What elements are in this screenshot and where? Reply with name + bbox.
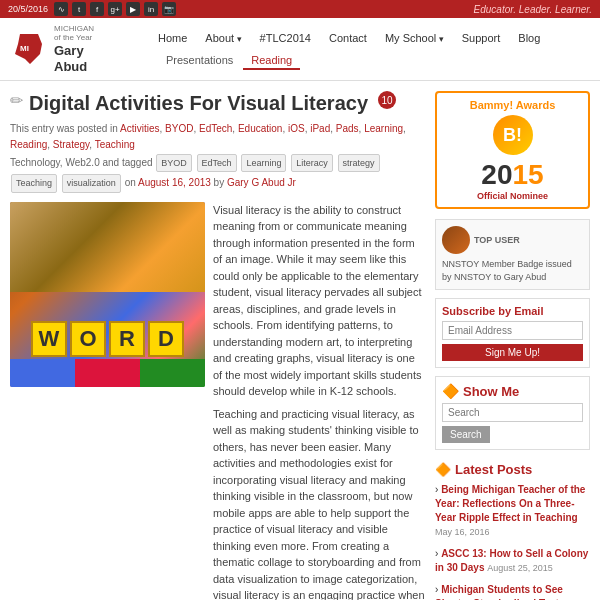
latest-label: Latest Posts xyxy=(455,462,532,477)
bullet-1: › xyxy=(435,484,438,495)
latest-date-1: May 16, 2016 xyxy=(435,527,490,537)
article-title: Digital Activities For Visual Literacy xyxy=(29,91,368,115)
latest-link-1[interactable]: Being Michigan Teacher of the Year: Refl… xyxy=(435,484,585,523)
official-nominee: Official Nominee xyxy=(443,191,582,201)
strip-green xyxy=(140,359,205,387)
article-title-row: ✏ Digital Activities For Visual Literacy… xyxy=(10,91,425,121)
strip-blue xyxy=(10,359,75,387)
latest-posts: 🔶 Latest Posts › Being Michigan Teacher … xyxy=(435,458,590,600)
content-wrapper: ✏ Digital Activities For Visual Literacy… xyxy=(0,81,600,600)
nav-support[interactable]: Support xyxy=(454,28,509,48)
twitter-icon[interactable]: t xyxy=(72,2,86,16)
tag-teaching[interactable]: Teaching xyxy=(11,174,57,192)
tagline: Educator. Leader. Learner. xyxy=(474,4,592,15)
nnstoy-text: NNSTOY Member Badge issued by NNSTOY to … xyxy=(442,259,572,282)
cat-teaching[interactable]: Teaching xyxy=(95,139,135,150)
latest-title: 🔶 Latest Posts xyxy=(435,462,590,477)
tag-edtech[interactable]: EdTech xyxy=(197,154,237,172)
search-input[interactable] xyxy=(442,403,583,422)
cat-strategy[interactable]: Strategy xyxy=(53,139,90,150)
latest-icon: 🔶 xyxy=(435,462,451,477)
nav-blog[interactable]: Blog xyxy=(510,28,548,48)
letter-w: W xyxy=(31,321,67,357)
cat-activities[interactable]: Activities xyxy=(120,123,159,134)
main-content: ✏ Digital Activities For Visual Literacy… xyxy=(10,91,425,600)
nav-home[interactable]: Home xyxy=(150,28,195,48)
nav-presentations[interactable]: Presentations xyxy=(158,52,241,70)
cat-ios[interactable]: iOS xyxy=(288,123,305,134)
cat-byod[interactable]: BYOD xyxy=(165,123,193,134)
header: MI Michigan of the Year Gary Abud Home A… xyxy=(0,18,600,81)
article-body: W O R D Visual literacy is the ability t… xyxy=(10,202,425,600)
nav-about[interactable]: About xyxy=(197,28,249,48)
google-icon[interactable]: g+ xyxy=(108,2,122,16)
cat-edtech[interactable]: EdTech xyxy=(199,123,232,134)
tag-learning[interactable]: Learning xyxy=(241,154,286,172)
letter-r: R xyxy=(109,321,145,357)
image-strip xyxy=(10,359,205,387)
search-box: 🔶 Show Me Search xyxy=(435,376,590,450)
subscribe-button[interactable]: Sign Me Up! xyxy=(442,344,583,361)
instagram-icon[interactable]: 📷 xyxy=(162,2,176,16)
meta-posted: This entry was posted in xyxy=(10,123,120,134)
show-me-label: Show Me xyxy=(463,384,519,399)
top-user: TOP USER xyxy=(474,234,520,247)
nnstoy-box: TOP USER NNSTOY Member Badge issued by N… xyxy=(435,219,590,290)
tag-byod[interactable]: BYOD xyxy=(156,154,192,172)
word-overlay: W O R D xyxy=(10,321,205,357)
cat-pads[interactable]: Pads xyxy=(336,123,359,134)
comment-badge[interactable]: 10 xyxy=(378,91,396,109)
date-link[interactable]: August 16, 2013 xyxy=(138,177,211,188)
date: 20/5/2016 xyxy=(8,4,48,14)
author-link[interactable]: Gary G Abud Jr xyxy=(227,177,296,188)
youtube-icon[interactable]: ▶ xyxy=(126,2,140,16)
award-year-20: 20 xyxy=(481,159,512,190)
tag-literacy[interactable]: Literacy xyxy=(291,154,333,172)
sidebar: Bammy! Awards B! 2015 Official Nominee T… xyxy=(435,91,590,600)
latest-item-2: › ASCC 13: How to Sell a Colony in 30 Da… xyxy=(435,547,590,575)
nav-area: Home About #TLC2014 Contact My School Su… xyxy=(150,28,590,70)
award-year-15: 15 xyxy=(513,159,544,190)
rss-icon[interactable]: ∿ xyxy=(54,2,68,16)
latest-link-3[interactable]: Michigan Students to See Shorter Standar… xyxy=(435,584,564,600)
letter-o: O xyxy=(70,321,106,357)
bullet-3: › xyxy=(435,584,438,595)
nav-primary: Home About #TLC2014 Contact My School Su… xyxy=(150,28,590,48)
award-logo: B! xyxy=(493,115,533,155)
logo-michigan: Michigan xyxy=(54,24,94,33)
show-me-title: 🔶 Show Me xyxy=(442,383,583,399)
logo-area: MI Michigan of the Year Gary Abud xyxy=(10,24,150,74)
tag-strategy[interactable]: strategy xyxy=(338,154,380,172)
nnstoy-badge: TOP USER xyxy=(442,226,583,254)
cat-education[interactable]: Education xyxy=(238,123,282,134)
cat-reading[interactable]: Reading xyxy=(10,139,47,150)
award-year: 2015 xyxy=(443,159,582,191)
tag-visualization[interactable]: visualization xyxy=(62,174,121,192)
nav-myschool[interactable]: My School xyxy=(377,28,452,48)
nav-contact[interactable]: Contact xyxy=(321,28,375,48)
meta-row: This entry was posted in Activities, BYO… xyxy=(10,121,425,194)
email-input[interactable] xyxy=(442,321,583,340)
nav-secondary: Presentations Reading xyxy=(150,52,590,70)
badge-circle xyxy=(442,226,470,254)
nav-tlc2014[interactable]: #TLC2014 xyxy=(252,28,319,48)
award-title: Bammy! Awards xyxy=(443,99,582,111)
logo-teacher-of-year: of the Year xyxy=(54,33,94,42)
facebook-icon[interactable]: f xyxy=(90,2,104,16)
linkedin-icon[interactable]: in xyxy=(144,2,158,16)
subscribe-box: Subscribe by Email Sign Me Up! xyxy=(435,298,590,368)
award-box: Bammy! Awards B! 2015 Official Nominee xyxy=(435,91,590,209)
latest-item-3: › Michigan Students to See Shorter Stand… xyxy=(435,583,590,600)
latest-item-1: › Being Michigan Teacher of the Year: Re… xyxy=(435,483,590,539)
article-para-2: Teaching and practicing visual literacy,… xyxy=(213,406,425,600)
pencil-icon: ✏ xyxy=(10,91,23,110)
search-button[interactable]: Search xyxy=(442,426,490,443)
cat-ipad[interactable]: iPad xyxy=(310,123,330,134)
social-icons: ∿ t f g+ ▶ in 📷 xyxy=(54,2,176,16)
article-para-1: Visual literacy is the ability to constr… xyxy=(213,202,425,400)
nav-reading[interactable]: Reading xyxy=(243,52,300,70)
cat-learning[interactable]: Learning xyxy=(364,123,403,134)
article-image: W O R D xyxy=(10,202,205,600)
subscribe-title: Subscribe by Email xyxy=(442,305,583,317)
meta-tagged: Technology, Web2.0 and tagged xyxy=(10,157,155,168)
